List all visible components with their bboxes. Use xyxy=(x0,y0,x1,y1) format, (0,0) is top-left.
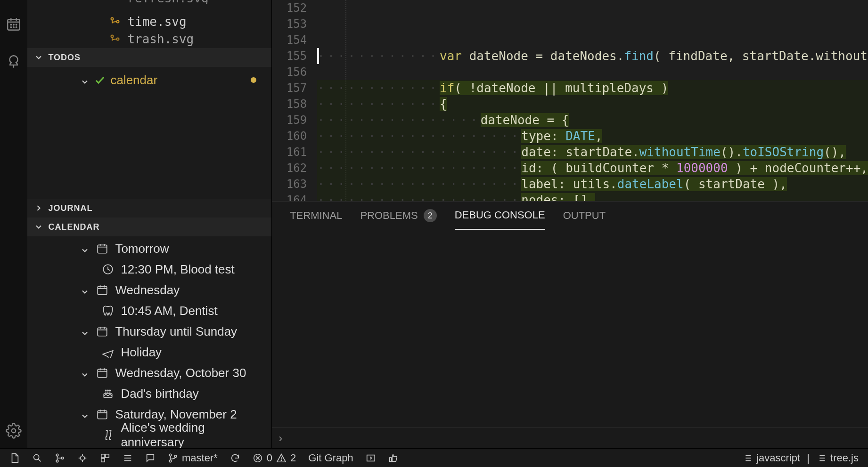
svg-point-69 xyxy=(281,459,281,460)
svg-line-47 xyxy=(38,459,41,461)
calendar-activity-icon[interactable] xyxy=(6,16,22,32)
svg-rect-58 xyxy=(101,458,105,461)
svg-point-49 xyxy=(56,460,58,462)
prompt-chevron-icon: › xyxy=(278,432,282,445)
file-item[interactable]: refresh.svg xyxy=(109,0,262,4)
calendar-icon xyxy=(96,242,108,255)
calendar-event[interactable]: Holiday xyxy=(27,342,271,362)
calendar-icon xyxy=(96,284,108,296)
status-git-graph[interactable]: Git Graph xyxy=(308,452,353,464)
todo-label: calendar xyxy=(110,73,157,88)
todo-item-calendar[interactable]: calendar xyxy=(27,70,271,90)
svg-rect-70 xyxy=(367,455,375,461)
calendar-event[interactable]: Dad's birthday xyxy=(27,383,271,404)
svg-point-46 xyxy=(34,454,39,459)
settings-gear-icon[interactable] xyxy=(6,423,22,439)
svg-point-5 xyxy=(13,24,14,25)
file-label: trash.svg xyxy=(127,32,194,46)
svg-rect-23 xyxy=(98,286,107,294)
svg-point-9 xyxy=(16,27,17,28)
chevron-down-icon xyxy=(80,368,90,378)
svg-point-14 xyxy=(111,18,114,20)
panel-tabs: TERMINAL PROBLEMS 2 DEBUG CONSOLE OUTPUT xyxy=(272,201,868,230)
calendar-icon xyxy=(96,367,108,379)
svg-point-15 xyxy=(117,21,119,23)
status-language-filter[interactable]: javascript | tree.js xyxy=(742,452,859,464)
svg-rect-56 xyxy=(101,454,105,457)
file-item[interactable]: time.svg xyxy=(109,11,262,32)
svg-point-64 xyxy=(174,455,177,458)
chevron-down-icon xyxy=(80,244,90,253)
calendar-day[interactable]: Wednesday xyxy=(27,280,271,300)
calendar-body: Tomorrow 12:30 PM, Blood test Wednesday … xyxy=(27,236,271,445)
svg-point-63 xyxy=(169,460,172,462)
svg-file-icon xyxy=(109,0,121,4)
status-extensions-icon[interactable] xyxy=(100,453,110,463)
modified-dot-icon xyxy=(251,77,256,83)
debug-console-body[interactable] xyxy=(272,230,868,427)
svg-point-7 xyxy=(11,27,12,28)
calendar-day[interactable]: Wednesday, October 30 xyxy=(27,362,271,383)
status-thumbs-icon[interactable] xyxy=(388,453,399,463)
svg-file-icon xyxy=(109,16,121,27)
calendar-day[interactable]: Thursday until Sunday xyxy=(27,321,271,342)
calendar-event-text: Holiday xyxy=(121,345,162,360)
calendar-day[interactable]: Tomorrow xyxy=(27,238,271,259)
calendar-title: CALENDAR xyxy=(48,222,99,232)
todos-body: calendar xyxy=(27,67,271,199)
calendar-section-header[interactable]: CALENDAR xyxy=(27,217,271,236)
branch-name: master* xyxy=(182,452,218,464)
chevron-down-icon xyxy=(80,327,90,336)
journal-title: JOURNAL xyxy=(48,203,92,213)
calendar-event[interactable]: Alice's wedding anniversary xyxy=(27,425,271,445)
tree-activity-icon[interactable] xyxy=(6,54,22,70)
status-source-control-icon[interactable] xyxy=(55,453,65,463)
tab-terminal[interactable]: TERMINAL xyxy=(290,201,342,230)
status-feedback-icon[interactable] xyxy=(145,453,156,463)
status-search-icon[interactable] xyxy=(32,453,42,463)
calendar-icon xyxy=(96,408,108,420)
status-file-icon[interactable] xyxy=(9,453,20,463)
tab-debug-console[interactable]: DEBUG CONSOLE xyxy=(455,201,545,230)
calendar-day-label: Saturday, November 2 xyxy=(115,407,237,422)
calendar-day-label: Thursday until Sunday xyxy=(115,324,237,339)
calendar-day-label: Tomorrow xyxy=(115,242,169,256)
status-list-icon[interactable] xyxy=(123,453,133,463)
line-number-gutter: 1521531541551561571581591601611621631641… xyxy=(272,0,317,201)
code-editor[interactable]: 1521531541551561571581591601611621631641… xyxy=(272,0,868,201)
file-label: time.svg xyxy=(127,15,186,29)
tab-problems[interactable]: PROBLEMS 2 xyxy=(360,201,436,230)
chevron-down-icon xyxy=(80,410,90,419)
status-dock-icon[interactable] xyxy=(366,453,376,463)
chevron-down-icon xyxy=(34,53,43,62)
svg-point-39 xyxy=(106,390,106,391)
svg-rect-18 xyxy=(98,245,107,253)
tab-output[interactable]: OUTPUT xyxy=(563,201,606,230)
calendar-event[interactable]: 12:30 PM, Blood test xyxy=(27,259,271,280)
editor-area: 1521531541551561571581591601611621631641… xyxy=(271,0,868,448)
svg-point-16 xyxy=(111,35,114,38)
svg-point-51 xyxy=(80,456,84,460)
svg-point-41 xyxy=(110,390,111,391)
status-sync-icon[interactable] xyxy=(230,453,240,463)
chevron-down-icon xyxy=(80,285,90,295)
debug-console-input[interactable]: › xyxy=(272,427,868,448)
tooth-icon xyxy=(102,305,114,317)
calendar-event-text: Dad's birthday xyxy=(121,386,198,401)
code-content[interactable]: ············var dateNode = dateNodes.fin… xyxy=(317,0,868,201)
todos-title: TODOS xyxy=(48,53,81,63)
champagne-icon xyxy=(102,429,114,441)
journal-section-header[interactable]: JOURNAL xyxy=(27,199,271,217)
svg-file-icon xyxy=(109,33,121,45)
file-item[interactable]: trash.svg xyxy=(109,32,262,46)
plane-icon xyxy=(102,346,114,358)
calendar-event[interactable]: 10:45 AM, Dentist xyxy=(27,300,271,321)
todos-section-header[interactable]: TODOS xyxy=(27,48,271,67)
status-debug-icon[interactable] xyxy=(77,453,88,463)
calendar-event-text: 12:30 PM, Blood test xyxy=(121,262,234,277)
svg-point-17 xyxy=(117,38,119,40)
status-branch[interactable]: master* xyxy=(168,452,218,464)
calendar-day-label: Wednesday, October 30 xyxy=(115,366,246,380)
svg-point-6 xyxy=(16,24,17,25)
status-errors[interactable]: 0 2 xyxy=(253,452,296,464)
